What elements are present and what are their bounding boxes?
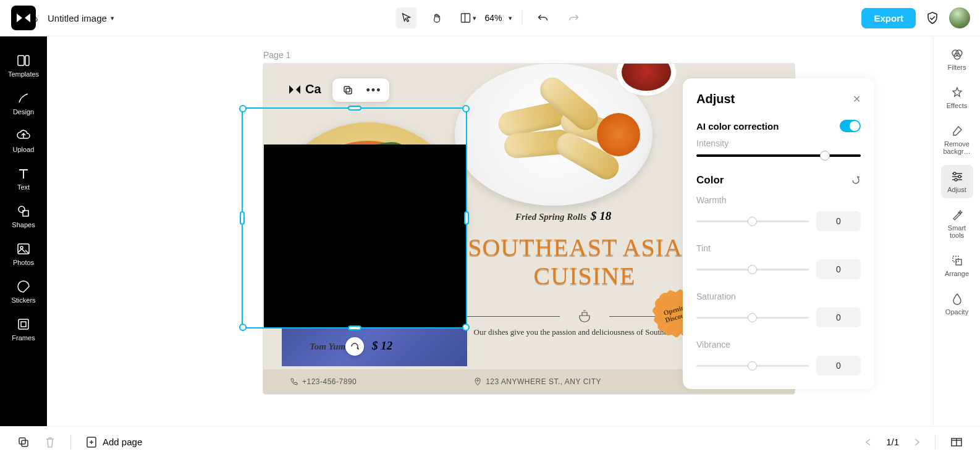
hand-tool[interactable] — [426, 7, 447, 28]
svg-point-4 — [19, 206, 25, 212]
svg-rect-9 — [21, 322, 26, 327]
svg-point-12 — [477, 380, 479, 382]
footer-address[interactable]: 123 ANYWHERE ST., ANY CITY — [474, 377, 601, 386]
resize-handle-lm[interactable] — [240, 211, 245, 225]
footer-phone[interactable]: +123-456-7890 — [290, 377, 357, 386]
tom-yum-label[interactable]: Tom Yum S — [310, 342, 353, 352]
page-label: Page 1 — [263, 50, 290, 60]
add-page-button[interactable]: Add page — [86, 436, 142, 448]
more-options-button[interactable]: ••• — [367, 83, 381, 97]
redo-button[interactable] — [564, 7, 585, 28]
canvas-area[interactable]: Page 1 Ca ••• Tom Yum S $ — [47, 36, 933, 426]
warmth-value[interactable]: 0 — [816, 211, 861, 231]
reset-color-icon[interactable] — [851, 175, 861, 185]
vibrance-label: Vibrance — [696, 340, 861, 350]
separator — [522, 10, 523, 25]
rail-item-adjust[interactable]: Adjust — [941, 165, 973, 198]
slider-knob[interactable] — [748, 265, 757, 274]
shapes-icon — [5, 204, 42, 218]
sidebar-item-design[interactable]: Design — [5, 85, 42, 122]
saturation-value[interactable]: 0 — [816, 308, 861, 327]
filters-icon — [941, 48, 973, 61]
slider-knob[interactable] — [748, 361, 757, 371]
cursor-tool[interactable] — [395, 7, 416, 28]
app-logo[interactable] — [11, 6, 36, 30]
phone-icon — [290, 378, 298, 385]
chevron-down-icon: ▾ — [473, 14, 476, 22]
intensity-slider[interactable] — [696, 154, 861, 157]
export-button[interactable]: Export — [861, 8, 916, 28]
sidebar-item-text[interactable]: Text — [5, 161, 42, 197]
pot-icon — [577, 309, 592, 323]
tom-yum-image[interactable] — [263, 107, 473, 329]
sidebar-item-frames[interactable]: Frames — [5, 311, 42, 348]
svg-rect-8 — [19, 319, 28, 329]
avatar[interactable] — [949, 7, 970, 28]
flower-garnish — [597, 113, 640, 156]
slider-knob[interactable] — [820, 151, 830, 161]
rail-item-filters[interactable]: Filters — [941, 43, 973, 76]
stickers-icon — [5, 280, 42, 293]
resize-handle-tl[interactable] — [239, 105, 247, 112]
saturation-slider[interactable] — [696, 317, 809, 319]
add-page-icon — [86, 436, 97, 448]
tint-slider[interactable] — [696, 269, 809, 270]
svg-point-18 — [958, 175, 961, 178]
duplicate-button[interactable] — [341, 83, 355, 97]
page-indicator: 1/1 — [886, 437, 899, 447]
grid-view-button[interactable] — [950, 437, 963, 448]
sidebar-item-stickers[interactable]: Stickers — [5, 274, 42, 310]
tom-yum-price[interactable]: $ 12 — [372, 339, 392, 353]
spring-rolls-label[interactable]: Fried Spring Rolls — [515, 212, 586, 222]
ai-color-toggle[interactable] — [840, 120, 861, 132]
light-section-title: Light — [696, 388, 722, 389]
frames-icon — [5, 317, 42, 331]
prev-page-button[interactable] — [865, 438, 871, 447]
location-icon — [474, 377, 481, 386]
brand-logo-icon — [288, 84, 302, 95]
file-name[interactable]: Untitled image ▾ — [48, 13, 114, 23]
warmth-slider[interactable] — [696, 220, 809, 222]
tint-value[interactable]: 0 — [816, 259, 861, 279]
rail-item-opacity[interactable]: Opacity — [941, 287, 973, 321]
spring-rolls-price[interactable]: $ 18 — [591, 209, 611, 223]
svg-rect-2 — [18, 56, 24, 65]
close-icon[interactable]: ✕ — [853, 93, 861, 105]
next-page-button[interactable] — [914, 438, 920, 447]
text-icon — [5, 167, 42, 180]
undo-button[interactable] — [533, 7, 554, 28]
warmth-label: Warmth — [696, 195, 861, 205]
adjust-panel-title: Adjust — [696, 92, 735, 106]
sidebar-item-shapes[interactable]: Shapes — [5, 198, 42, 235]
intensity-label: Intensity — [696, 138, 861, 148]
opacity-icon — [941, 292, 973, 306]
ai-color-label: AI color correction — [696, 121, 779, 132]
slider-knob[interactable] — [748, 313, 757, 322]
shield-icon[interactable] — [926, 11, 939, 25]
saturation-label: Saturation — [696, 291, 861, 301]
vibrance-value[interactable]: 0 — [816, 356, 861, 375]
design-icon — [5, 91, 42, 105]
header-right: Export — [861, 7, 970, 28]
chevron-down-icon[interactable]: ▾ — [509, 14, 512, 22]
separator — [935, 435, 936, 450]
effects-icon — [941, 86, 973, 99]
slider-knob[interactable] — [748, 217, 757, 226]
header-center-tools: ▾ 64% ▾ — [395, 7, 584, 28]
rail-item-effects[interactable]: Effects — [941, 81, 973, 114]
rail-item-remove-bg[interactable]: Remove backgr… — [941, 119, 973, 160]
delete-button[interactable] — [44, 436, 56, 448]
sidebar-item-photos[interactable]: Photos — [5, 236, 42, 272]
rail-item-arrange[interactable]: Arrange — [941, 249, 973, 282]
design-brand[interactable]: Ca — [288, 82, 321, 96]
artboard-tool[interactable]: ▾ — [457, 7, 478, 28]
adjust-panel: Adjust ✕ AI color correction Intensity C… — [683, 78, 874, 389]
vibrance-slider[interactable] — [696, 365, 809, 367]
resize-handle-bl[interactable] — [239, 324, 247, 331]
layers-button[interactable] — [17, 436, 30, 448]
sidebar-item-upload[interactable]: Upload — [5, 123, 42, 159]
sidebar-item-templates[interactable]: Templates — [5, 48, 42, 84]
zoom-percentage[interactable]: 64% — [484, 13, 502, 23]
svg-point-17 — [953, 172, 956, 175]
rail-item-smart-tools[interactable]: Smart tools — [941, 203, 973, 244]
